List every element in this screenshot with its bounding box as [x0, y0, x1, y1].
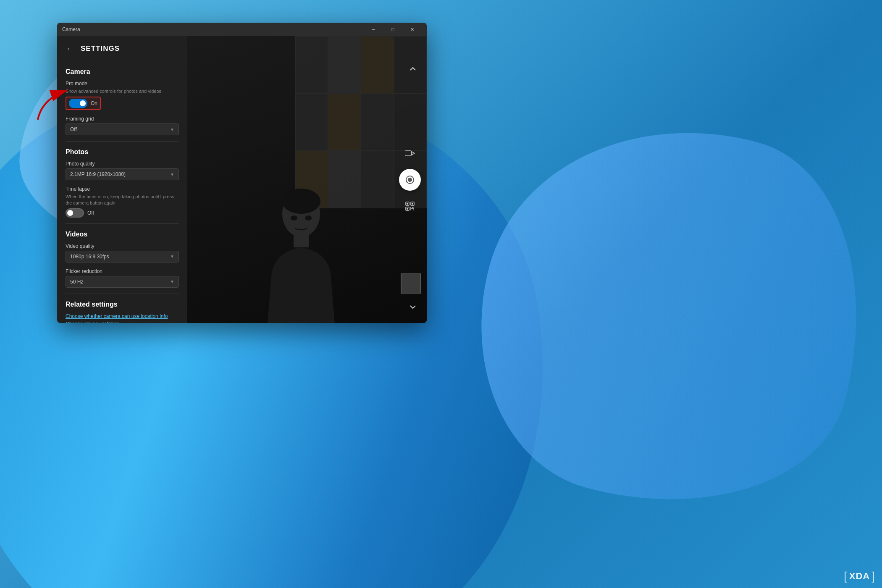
photos-section-heading: Photos	[66, 148, 179, 156]
photo-quality-setting: Photo quality 2.1MP 16:9 (1920x1080) ▼	[66, 161, 179, 180]
svg-point-2	[282, 189, 320, 214]
svg-marker-7	[412, 152, 415, 155]
xda-watermark: [ XDA ]	[844, 570, 875, 583]
video-quality-value: 1080p 16:9 30fps	[70, 254, 109, 260]
svg-point-9	[408, 178, 412, 182]
framing-grid-value: Off	[70, 126, 77, 132]
pro-mode-toggle-highlight: On	[66, 97, 101, 110]
svg-point-5	[305, 215, 312, 220]
cam-tile	[361, 36, 394, 94]
settings-body: Camera Pro mode Show advanced controls f…	[57, 58, 187, 323]
cam-tile	[361, 151, 394, 208]
time-lapse-toggle-thumb	[67, 210, 73, 216]
pro-mode-label: Pro mode	[66, 81, 179, 87]
photo-quality-label: Photo quality	[66, 161, 179, 167]
video-quality-setting: Video quality 1080p 16:9 30fps ▼	[66, 243, 179, 262]
cam-tile	[328, 94, 361, 151]
flicker-reduction-setting: Flicker reduction 50 Hz ▼	[66, 268, 179, 288]
pro-mode-toggle-label: On	[91, 100, 97, 106]
person-silhouette	[259, 189, 343, 323]
framing-grid-label: Framing grid	[66, 116, 179, 122]
video-quality-label: Video quality	[66, 243, 179, 249]
camera-feed	[187, 36, 427, 323]
svg-point-4	[291, 215, 297, 220]
divider-2	[66, 223, 179, 224]
camera-section-heading: Camera	[66, 68, 179, 76]
bracket-right: ]	[872, 570, 875, 583]
divider-1	[66, 141, 179, 142]
time-lapse-toggle-label: Off	[87, 210, 94, 216]
cam-tile	[394, 94, 427, 151]
time-lapse-toggle[interactable]	[66, 208, 84, 218]
camera-controls	[399, 144, 421, 215]
maximize-button[interactable]: □	[383, 23, 402, 36]
flicker-reduction-arrow: ▼	[170, 279, 174, 284]
close-button[interactable]: ✕	[402, 23, 422, 36]
capture-button[interactable]	[399, 169, 421, 191]
svg-line-20	[413, 210, 414, 210]
pro-mode-sublabel: Show advanced controls for photos and vi…	[66, 88, 179, 94]
photo-quality-dropdown[interactable]: 2.1MP 16:9 (1920x1080) ▼	[66, 168, 179, 180]
back-button[interactable]: ←	[64, 43, 76, 55]
pro-mode-toggle[interactable]	[69, 99, 87, 108]
framing-grid-arrow: ▼	[170, 127, 174, 132]
bracket-left: [	[844, 570, 848, 583]
title-bar-controls: ─ □ ✕	[364, 23, 422, 36]
pro-mode-toggle-thumb	[80, 100, 86, 106]
pro-mode-setting: Pro mode Show advanced controls for phot…	[66, 81, 179, 110]
cam-tile	[328, 36, 361, 94]
camera-collapse-button[interactable]	[405, 299, 421, 315]
photo-quality-arrow: ▼	[170, 172, 174, 177]
flicker-reduction-value: 50 Hz	[70, 279, 83, 285]
app-window: Camera ─ □ ✕ ← SETTINGS Camera Pro mode …	[57, 23, 427, 323]
svg-rect-11	[407, 203, 408, 205]
settings-panel: ← SETTINGS Camera Pro mode Show advanced…	[57, 36, 187, 323]
framing-grid-setting: Framing grid Off ▼	[66, 116, 179, 135]
divider-3	[66, 294, 179, 294]
xda-text: XDA	[849, 571, 870, 582]
svg-rect-6	[405, 151, 411, 156]
video-mode-button[interactable]	[401, 144, 419, 162]
videos-section-heading: Videos	[66, 231, 179, 238]
photo-quality-value: 2.1MP 16:9 (1920x1080)	[70, 171, 126, 177]
time-lapse-setting: Time lapse When the timer is on, keep ta…	[66, 186, 179, 218]
cam-tile	[361, 94, 394, 151]
cam-tile	[295, 36, 328, 94]
svg-rect-3	[294, 235, 309, 247]
minimize-button[interactable]: ─	[364, 23, 383, 36]
camera-expand-button[interactable]	[405, 61, 421, 77]
flicker-reduction-dropdown[interactable]: 50 Hz ▼	[66, 276, 179, 288]
flicker-reduction-label: Flicker reduction	[66, 268, 179, 274]
framing-grid-dropdown[interactable]: Off ▼	[66, 123, 179, 135]
window-title: Camera	[62, 26, 364, 32]
video-quality-arrow: ▼	[170, 254, 174, 259]
settings-header: ← SETTINGS	[57, 36, 187, 58]
location-link[interactable]: Choose whether camera can use location i…	[66, 313, 179, 319]
qr-code-button[interactable]	[401, 197, 419, 215]
camera-view	[187, 36, 427, 323]
cam-tile	[295, 94, 328, 151]
app-content: ← SETTINGS Camera Pro mode Show advanced…	[57, 36, 427, 323]
related-settings-heading: Related settings	[66, 301, 179, 308]
svg-rect-13	[412, 203, 413, 205]
time-lapse-toggle-row: Off	[66, 208, 179, 218]
svg-rect-15	[407, 208, 408, 210]
settings-title: SETTINGS	[81, 45, 120, 53]
time-lapse-label: Time lapse	[66, 186, 179, 192]
privacy-link[interactable]: Choose privacy settings	[66, 321, 179, 323]
time-lapse-sublabel: When the timer is on, keep taking photos…	[66, 194, 179, 206]
camera-thumbnail[interactable]	[401, 273, 421, 294]
title-bar: Camera ─ □ ✕	[57, 23, 427, 36]
video-quality-dropdown[interactable]: 1080p 16:9 30fps ▼	[66, 251, 179, 262]
